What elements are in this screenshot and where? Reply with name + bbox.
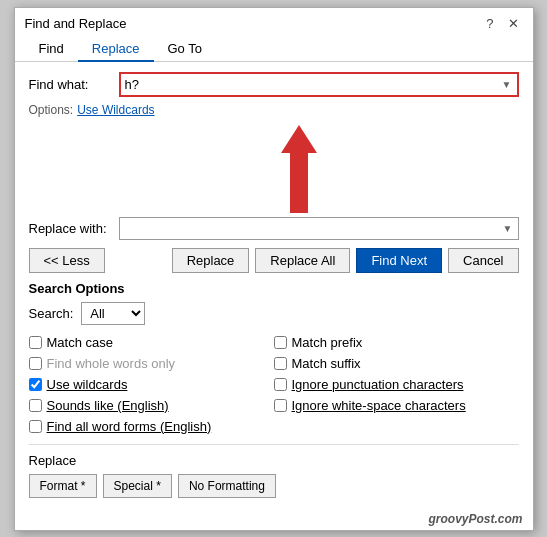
find-whole-words-row: Find whole words only xyxy=(29,354,274,373)
replace-all-button[interactable]: Replace All xyxy=(255,248,350,273)
find-all-word-forms-checkbox[interactable] xyxy=(29,420,42,433)
title-bar: Find and Replace ? ✕ xyxy=(15,8,533,37)
ignore-punctuation-row: Ignore punctuation characters xyxy=(274,375,519,394)
match-prefix-label: Match prefix xyxy=(292,335,363,350)
title-bar-left: Find and Replace xyxy=(25,16,127,31)
match-prefix-row: Match prefix xyxy=(274,333,519,352)
help-button[interactable]: ? xyxy=(482,14,497,33)
replace-section: Replace Format * Special * No Formatting xyxy=(29,453,519,498)
find-whole-words-label: Find whole words only xyxy=(47,356,176,371)
divider xyxy=(29,444,519,445)
special-button[interactable]: Special * xyxy=(103,474,172,498)
search-options-grid: Match case Match prefix Find whole words… xyxy=(29,333,519,436)
main-buttons: << Less Replace Replace All Find Next Ca… xyxy=(29,248,519,273)
cancel-button[interactable]: Cancel xyxy=(448,248,518,273)
close-button[interactable]: ✕ xyxy=(504,14,523,33)
ignore-punctuation-label: Ignore punctuation characters xyxy=(292,377,464,392)
use-wildcards-label: Use wildcards xyxy=(47,377,128,392)
tab-find[interactable]: Find xyxy=(25,37,78,62)
replace-input-wrap: ▼ xyxy=(119,217,519,240)
watermark-text: groovyPost.com xyxy=(428,512,522,526)
use-wildcards-checkbox[interactable] xyxy=(29,378,42,391)
less-button[interactable]: << Less xyxy=(29,248,105,273)
match-case-label: Match case xyxy=(47,335,113,350)
sounds-like-label: Sounds like (English) xyxy=(47,398,169,413)
ignore-whitespace-row: Ignore white-space characters xyxy=(274,396,519,415)
options-row: Options: Use Wildcards xyxy=(29,103,519,117)
find-input-wrap: ▼ xyxy=(119,72,519,97)
replace-dropdown-arrow[interactable]: ▼ xyxy=(498,221,518,236)
find-replace-dialog: Find and Replace ? ✕ Find Replace Go To … xyxy=(14,7,534,531)
sounds-like-checkbox[interactable] xyxy=(29,399,42,412)
annotation-arrow xyxy=(79,125,519,213)
red-arrow xyxy=(281,125,317,213)
find-input[interactable] xyxy=(121,74,497,95)
ignore-punctuation-checkbox[interactable] xyxy=(274,378,287,391)
use-wildcards-row: Use wildcards xyxy=(29,375,274,394)
find-all-word-forms-label: Find all word forms (English) xyxy=(47,419,212,434)
no-formatting-button[interactable]: No Formatting xyxy=(178,474,276,498)
dialog-content: Find what: ▼ Options: Use Wildcards Repl… xyxy=(15,62,533,508)
search-options-title: Search Options xyxy=(29,281,519,296)
search-select[interactable]: All Down Up xyxy=(81,302,145,325)
watermark: groovyPost.com xyxy=(15,508,533,530)
options-label: Options: xyxy=(29,103,74,117)
find-next-button[interactable]: Find Next xyxy=(356,248,442,273)
match-prefix-checkbox[interactable] xyxy=(274,336,287,349)
tabs-bar: Find Replace Go To xyxy=(15,37,533,62)
ignore-whitespace-checkbox[interactable] xyxy=(274,399,287,412)
sounds-like-row: Sounds like (English) xyxy=(29,396,274,415)
format-button[interactable]: Format * xyxy=(29,474,97,498)
replace-input[interactable] xyxy=(120,218,498,239)
title-bar-right: ? ✕ xyxy=(482,14,522,33)
find-label: Find what: xyxy=(29,77,119,92)
replace-button[interactable]: Replace xyxy=(172,248,250,273)
arrow-shaft xyxy=(290,153,308,213)
search-row: Search: All Down Up xyxy=(29,302,519,325)
match-suffix-row: Match suffix xyxy=(274,354,519,373)
replace-section-title: Replace xyxy=(29,453,519,468)
tab-goto[interactable]: Go To xyxy=(154,37,216,62)
replace-buttons-row: Format * Special * No Formatting xyxy=(29,474,519,498)
arrow-head xyxy=(281,125,317,153)
search-label: Search: xyxy=(29,306,74,321)
dialog-title: Find and Replace xyxy=(25,16,127,31)
find-dropdown-arrow[interactable]: ▼ xyxy=(497,77,517,92)
replace-field-row: Replace with: ▼ xyxy=(29,217,519,240)
use-wildcards-link[interactable]: Use Wildcards xyxy=(77,103,154,117)
match-suffix-label: Match suffix xyxy=(292,356,361,371)
match-case-row: Match case xyxy=(29,333,274,352)
find-whole-words-checkbox[interactable] xyxy=(29,357,42,370)
find-all-word-forms-row: Find all word forms (English) xyxy=(29,417,274,436)
match-suffix-checkbox[interactable] xyxy=(274,357,287,370)
find-field-row: Find what: ▼ xyxy=(29,72,519,97)
replace-label: Replace with: xyxy=(29,221,119,236)
ignore-whitespace-label: Ignore white-space characters xyxy=(292,398,466,413)
match-case-checkbox[interactable] xyxy=(29,336,42,349)
tab-replace[interactable]: Replace xyxy=(78,37,154,62)
